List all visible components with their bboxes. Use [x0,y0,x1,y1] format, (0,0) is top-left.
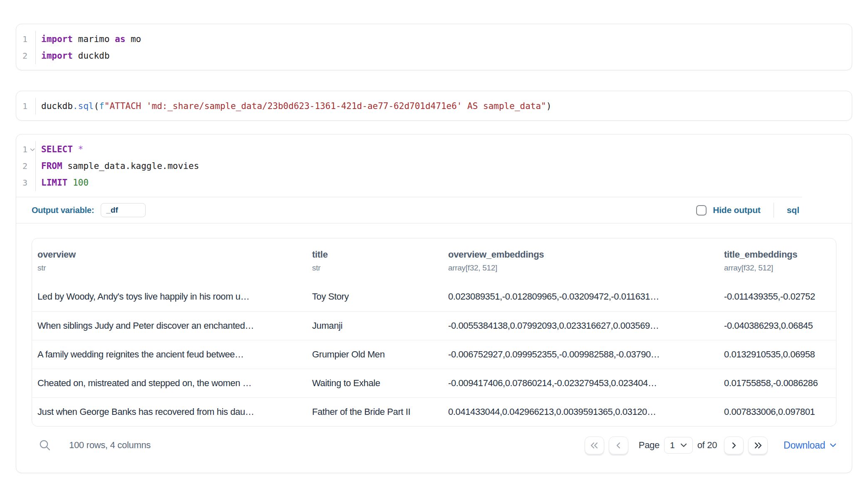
hide-output-checkbox[interactable] [696,205,707,216]
code-line[interactable]: LIMIT 100 [41,174,852,191]
table-cell: Father of the Bride Part II [312,397,448,426]
column-name: title [312,249,441,260]
table-cell: Jumanji [312,311,448,340]
chevron-down-icon [680,443,687,447]
column-type: array[f32, 512] [724,263,829,273]
column-name: overview_embeddings [448,249,717,260]
table-cell: -0.006752927,0.099952355,-0.009982588,-0… [448,340,724,369]
code-editor[interactable]: 1 duckdb.sql(f"ATTACH 'md:_share/sample_… [16,91,852,120]
chevron-right-icon [731,442,737,449]
table-row: When siblings Judy and Peter discover an… [32,311,836,340]
fold-chevron-icon[interactable] [30,148,35,151]
column-name: overview [37,249,305,260]
dataframe-table: overviewstrtitlestroverview_embeddingsar… [32,238,836,427]
table-cell: 0.007833006,0.097801 [724,397,836,426]
line-number-gutter: 1 [16,98,35,114]
first-page-button[interactable] [585,436,604,454]
table-body: Led by Woody, Andy's toys live happily i… [32,283,836,426]
table-cell: Led by Woody, Andy's toys live happily i… [32,283,312,311]
line-number-gutter: 12 [16,31,35,64]
footer-divider [774,203,774,218]
code-line[interactable]: SELECT * [41,141,852,158]
code-line[interactable]: FROM sample_data.kaggle.movies [41,158,852,174]
code-content[interactable]: import marimo as moimport duckdb [35,31,852,64]
table-cell: 0.0132910535,0.06958 [724,340,836,369]
table-cell: A family wedding reignites the ancient f… [32,340,312,369]
notebook-cell-imports: 12 import marimo as moimport duckdb [16,24,852,70]
prev-page-button[interactable] [609,436,628,454]
cell-output-area: overviewstrtitlestroverview_embeddingsar… [16,223,852,473]
table-footer: 100 rows, 4 columns Pa [32,433,836,457]
line-number: 1 [16,98,35,114]
table-row: Cheated on, mistreated and stepped on, t… [32,369,836,397]
page-number-select[interactable]: 1 [664,437,693,454]
download-label: Download [784,440,825,451]
column-header-overview[interactable]: overviewstr [32,238,312,283]
line-number: 3 [16,174,35,191]
table-cell: Just when George Banks has recovered fro… [32,397,312,426]
chevrons-right-icon [754,442,763,449]
table-cell: -0.0055384138,0.07992093,0.023316627,0.0… [448,311,724,340]
line-number: 1 [16,141,35,158]
column-type: array[f32, 512] [448,263,717,273]
search-icon[interactable] [38,438,52,452]
pagination: Page 1 of 20 [585,436,836,454]
code-line[interactable]: import duckdb [41,47,852,64]
hide-output-label[interactable]: Hide output [713,205,760,215]
row-count-status: 100 rows, 4 columns [69,440,151,451]
page-select-value: 1 [670,440,675,450]
code-content[interactable]: SELECT *FROM sample_data.kaggle.moviesLI… [35,141,852,191]
code-editor[interactable]: 12 import marimo as moimport duckdb [16,24,852,70]
chevron-down-icon [830,443,836,447]
table-cell: When siblings Judy and Peter discover an… [32,311,312,340]
table-cell: 0.023089351,-0.012809965,-0.03209472,-0.… [448,283,724,311]
page-label: Page [639,440,660,451]
table-cell: Grumpier Old Men [312,340,448,369]
total-pages-label: of 20 [697,440,717,451]
download-button[interactable]: Download [784,440,836,451]
table-row: A family wedding reignites the ancient f… [32,340,836,369]
code-line[interactable]: duckdb.sql(f"ATTACH 'md:_share/sample_da… [41,98,852,114]
column-type: str [37,263,305,273]
table-cell: Toy Story [312,283,448,311]
table-cell: -0.011439355,-0.02752 [724,283,836,311]
table-cell: -0.040386293,0.06845 [724,311,836,340]
table-cell: Cheated on, mistreated and stepped on, t… [32,369,312,397]
table-header-row: overviewstrtitlestroverview_embeddingsar… [32,238,836,283]
output-variable-label: Output variable: [32,206,94,215]
table-cell: -0.009417406,0.07860214,-0.023279453,0.0… [448,369,724,397]
table-cell: Waiting to Exhale [312,369,448,397]
column-type: str [312,263,441,273]
table-cell: 0.01755858,-0.0086286 [724,369,836,397]
code-editor[interactable]: 123 SELECT *FROM sample_data.kaggle.movi… [16,134,852,197]
code-line[interactable]: import marimo as mo [41,31,852,47]
chevrons-left-icon [590,442,599,449]
line-number-gutter: 123 [16,141,35,191]
language-badge: sql [787,205,799,215]
code-content[interactable]: duckdb.sql(f"ATTACH 'md:_share/sample_da… [35,98,852,114]
column-header-overview_embeddings[interactable]: overview_embeddingsarray[f32, 512] [448,238,724,283]
line-number: 2 [16,158,35,174]
chevron-left-icon [615,442,621,449]
table-row: Led by Woody, Andy's toys live happily i… [32,283,836,311]
output-variable-input[interactable] [101,203,146,217]
line-number: 1 [16,31,35,47]
table-cell: 0.041433044,0.042966213,0.0039591365,0.0… [448,397,724,426]
notebook-cell-sql: 123 SELECT *FROM sample_data.kaggle.movi… [16,134,852,473]
column-header-title_embeddings[interactable]: title_embeddingsarray[f32, 512] [724,238,836,283]
notebook-cell-attach: 1 duckdb.sql(f"ATTACH 'md:_share/sample_… [16,91,852,121]
sql-cell-footer: Output variable: Hide output sql [16,197,852,223]
next-page-button[interactable] [724,436,744,454]
column-header-title[interactable]: titlestr [312,238,448,283]
last-page-button[interactable] [748,436,768,454]
column-name: title_embeddings [724,249,829,260]
line-number: 2 [16,47,35,64]
table-row: Just when George Banks has recovered fro… [32,397,836,426]
